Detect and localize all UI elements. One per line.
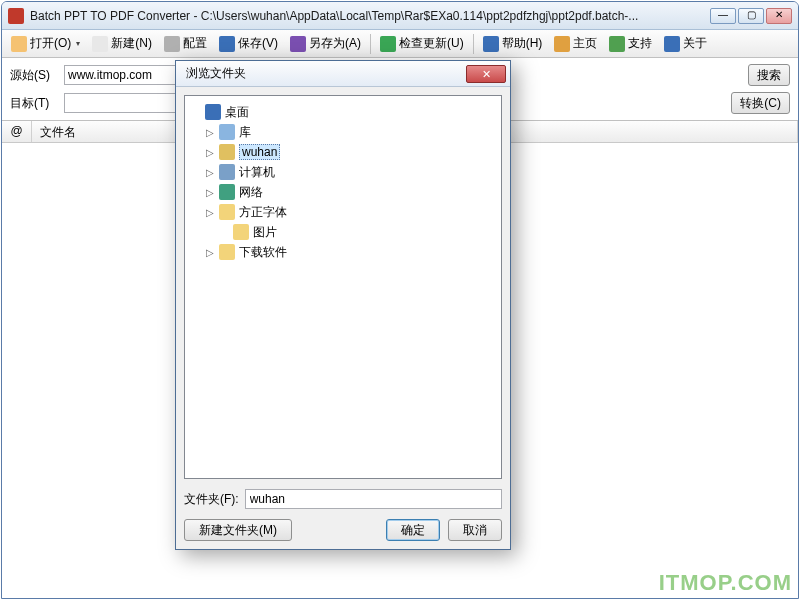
folder-icon xyxy=(219,204,235,220)
expand-icon[interactable]: ▷ xyxy=(205,147,215,158)
tree-node[interactable]: ▷库 xyxy=(191,122,495,142)
ok-button[interactable]: 确定 xyxy=(386,519,440,541)
new-folder-button[interactable]: 新建文件夹(M) xyxy=(184,519,292,541)
tree-node-label: 下载软件 xyxy=(239,244,287,261)
folder-icon xyxy=(219,124,235,140)
expand-icon[interactable]: ▷ xyxy=(205,187,215,198)
folder-icon xyxy=(205,104,221,120)
tree-node[interactable]: 图片 xyxy=(191,222,495,242)
browse-folder-dialog: 浏览文件夹 ✕ 桌面▷库▷wuhan▷计算机▷网络▷方正字体图片▷下载软件 文件… xyxy=(175,60,511,550)
modal-overlay: 浏览文件夹 ✕ 桌面▷库▷wuhan▷计算机▷网络▷方正字体图片▷下载软件 文件… xyxy=(0,0,800,600)
tree-node-label: 库 xyxy=(239,124,251,141)
tree-node[interactable]: ▷wuhan xyxy=(191,142,495,162)
tree-node[interactable]: ▷计算机 xyxy=(191,162,495,182)
tree-node-label: 方正字体 xyxy=(239,204,287,221)
folder-icon xyxy=(219,184,235,200)
folder-icon xyxy=(219,244,235,260)
folder-field-label: 文件夹(F): xyxy=(184,491,239,508)
tree-node-label: 桌面 xyxy=(225,104,249,121)
folder-icon xyxy=(233,224,249,240)
dialog-title: 浏览文件夹 xyxy=(186,65,466,82)
folder-icon xyxy=(219,144,235,160)
cancel-button[interactable]: 取消 xyxy=(448,519,502,541)
expand-icon[interactable]: ▷ xyxy=(205,127,215,138)
tree-node-label: 网络 xyxy=(239,184,263,201)
tree-node-label: 计算机 xyxy=(239,164,275,181)
tree-node[interactable]: ▷网络 xyxy=(191,182,495,202)
watermark: ITMOP.COM xyxy=(659,570,792,596)
expand-icon[interactable]: ▷ xyxy=(205,207,215,218)
folder-icon xyxy=(219,164,235,180)
folder-field-input[interactable] xyxy=(245,489,502,509)
expand-icon[interactable]: ▷ xyxy=(205,247,215,258)
dialog-close-button[interactable]: ✕ xyxy=(466,65,506,83)
tree-node-label: wuhan xyxy=(239,144,280,160)
tree-node[interactable]: ▷方正字体 xyxy=(191,202,495,222)
folder-tree[interactable]: 桌面▷库▷wuhan▷计算机▷网络▷方正字体图片▷下载软件 xyxy=(184,95,502,479)
tree-node[interactable]: 桌面 xyxy=(191,102,495,122)
dialog-titlebar[interactable]: 浏览文件夹 ✕ xyxy=(176,61,510,87)
tree-node[interactable]: ▷下载软件 xyxy=(191,242,495,262)
expand-icon[interactable]: ▷ xyxy=(205,167,215,178)
tree-node-label: 图片 xyxy=(253,224,277,241)
